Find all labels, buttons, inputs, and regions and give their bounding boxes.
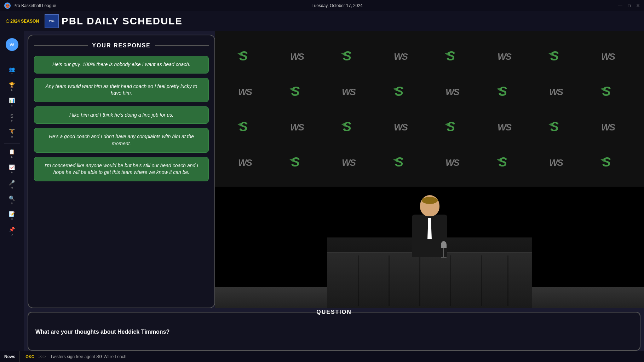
backdrop-logo-13: S — [482, 74, 534, 109]
backdrop-logo-15: S — [585, 74, 637, 109]
backdrop-logo-2: S — [326, 38, 378, 74]
sidebar-item-analytics[interactable]: 📈 A — [3, 162, 21, 176]
season-badge: ⬡ 2024 SEASON — [6, 19, 39, 24]
backdrop-logo-6: S — [533, 38, 585, 74]
maximize-button[interactable]: □ — [628, 3, 631, 8]
backdrop-logo-8: WS — [222, 74, 274, 109]
main-content: S WS S WS S WS S WS WS S — [24, 31, 644, 351]
svg-text:S: S — [602, 155, 611, 169]
sidebar-divider-1 — [4, 61, 20, 61]
minimize-button[interactable]: — — [618, 3, 622, 8]
presenter-head — [420, 195, 439, 216]
svg-text:WS: WS — [549, 157, 564, 168]
response-option-2[interactable]: Any team would want him as their head co… — [34, 78, 209, 102]
question-panel: QUESTION What are your thoughts about He… — [28, 312, 640, 351]
team-icon: 👥 — [9, 66, 15, 72]
svg-text:WS: WS — [601, 51, 616, 62]
microphone — [440, 241, 447, 255]
svg-text:S: S — [395, 84, 403, 99]
svg-text:S: S — [291, 84, 300, 99]
sidebar-item-media[interactable]: 🎤 M — [3, 177, 21, 192]
svg-text:S: S — [499, 155, 507, 169]
svg-text:S: S — [447, 49, 455, 63]
podium-area — [323, 202, 536, 308]
sidebar-item-training[interactable]: 🏋 Tr — [3, 126, 21, 140]
draft-icon: 📌 — [9, 227, 15, 232]
backdrop-logo-17: WS — [274, 109, 326, 144]
sidebar-item-draft[interactable]: 📌 D — [3, 224, 21, 238]
q-title-line-right — [356, 312, 633, 313]
app-title-text: PBL DAILY SCHEDULE — [62, 16, 183, 27]
sidebar-item-stats[interactable]: 📊 S — [3, 95, 21, 109]
news-text: Twisters sign free agent SG Willie Leach — [50, 354, 126, 359]
backdrop-logo-28: WS — [430, 144, 482, 180]
q-title-line-left — [35, 312, 312, 313]
backdrop-logo-23: WS — [585, 109, 637, 144]
svg-text:S: S — [239, 119, 248, 134]
sidebar-item-team[interactable]: 👥 T — [3, 64, 21, 78]
svg-text:S: S — [602, 84, 611, 99]
close-button[interactable]: ✕ — [636, 3, 640, 8]
response-option-5[interactable]: I'm concerned like anyone would be but h… — [34, 157, 209, 181]
finance-icon: $ — [11, 113, 13, 119]
backdrop-logo-4: S — [430, 38, 482, 74]
response-title: YOUR RESPONSE — [88, 42, 155, 49]
sidebar-item-finance[interactable]: $ F — [3, 111, 21, 125]
backdrop-logo-0: S — [222, 38, 274, 74]
svg-text:WS: WS — [342, 157, 356, 168]
app-title: Pro Basketball League — [13, 3, 56, 8]
question-title-bar: QUESTION — [35, 309, 633, 315]
response-panel: YOUR RESPONSE He's our guy. 100% there i… — [28, 35, 215, 308]
svg-text:S: S — [550, 119, 559, 134]
svg-text:S: S — [447, 119, 455, 134]
backdrop-logo-11: S — [378, 74, 430, 109]
title-bar: 🏀 Pro Basketball League Tuesday, October… — [0, 0, 644, 11]
sidebar-user-area: W — [3, 34, 21, 55]
backdrop-logo-29: S — [482, 144, 534, 180]
backdrop-logo-30: WS — [533, 144, 585, 180]
svg-text:WS: WS — [394, 122, 408, 133]
sidebar-item-lineup[interactable]: 📋 L — [3, 146, 21, 160]
news-sep: >>> — [39, 354, 46, 359]
response-box: YOUR RESPONSE He's our guy. 100% there i… — [28, 35, 215, 308]
analytics-icon: 📈 — [9, 164, 15, 170]
svg-text:S: S — [291, 155, 300, 169]
response-option-3[interactable]: I like him and I think he's doing a fine… — [34, 106, 209, 124]
svg-text:S: S — [550, 49, 559, 63]
svg-text:WS: WS — [549, 87, 564, 97]
sidebar-item-scouting[interactable]: 🔍 S — [3, 193, 21, 207]
sidebar-item-league[interactable]: 🏆 L — [3, 80, 21, 94]
stats-icon: 📊 — [9, 98, 15, 103]
question-box: QUESTION What are your thoughts about He… — [28, 312, 640, 351]
svg-text:WS: WS — [290, 51, 305, 62]
svg-text:WS: WS — [290, 122, 305, 133]
user-avatar[interactable]: W — [6, 38, 18, 51]
sidebar-divider-2 — [4, 143, 20, 144]
backdrop-logo-1: WS — [274, 38, 326, 74]
backdrop-logo-12: WS — [430, 74, 482, 109]
news-source: OKC — [25, 355, 34, 359]
backdrop-logo-19: WS — [378, 109, 430, 144]
news-ticker: OKC >>> Twisters sign free agent SG Will… — [20, 354, 132, 359]
mic-head — [441, 241, 447, 248]
backdrop-logo-3: WS — [378, 38, 430, 74]
svg-text:S: S — [499, 84, 507, 99]
app-icon: 🏀 — [4, 2, 11, 9]
sidebar-item-contracts[interactable]: 📝 C — [3, 209, 21, 223]
response-option-1[interactable]: He's our guy. 100% there is nobody else … — [34, 56, 209, 74]
svg-text:WS: WS — [238, 157, 253, 168]
scouting-icon: 🔍 — [9, 195, 15, 201]
app-logo: PBL PBL DAILY SCHEDULE — [45, 14, 183, 28]
response-option-4[interactable]: He's a good coach and I don't have any c… — [34, 128, 209, 152]
backdrop-logo-9: S — [274, 74, 326, 109]
title-bar-timestamp: Tuesday, October 17, 2024 — [312, 3, 363, 8]
svg-text:WS: WS — [394, 51, 408, 62]
svg-text:WS: WS — [445, 157, 460, 168]
svg-text:WS: WS — [498, 51, 512, 62]
backdrop-logo-26: WS — [326, 144, 378, 180]
backdrop-logo-14: WS — [533, 74, 585, 109]
mic-base — [441, 257, 447, 258]
question-text: What are your thoughts about Heddick Tim… — [35, 329, 169, 335]
contracts-icon: 📝 — [9, 211, 15, 217]
media-icon: 🎤 — [9, 180, 15, 186]
